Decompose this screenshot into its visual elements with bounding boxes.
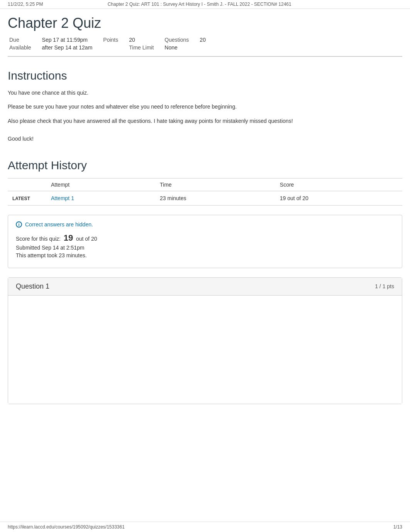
- attempt-1-link[interactable]: Attempt 1: [51, 195, 74, 201]
- footer-bar: https://ilearn.laccd.edu/courses/195092/…: [0, 522, 410, 532]
- browser-page-title: Chapter 2 Quiz: ART 101 : Survey Art His…: [43, 2, 356, 7]
- footer-pagination: 1/13: [393, 524, 402, 530]
- submitted-line: Submitted Sep 14 at 2:51pm: [16, 245, 394, 251]
- browser-bar: 11/2/22, 5:25 PM Chapter 2 Quiz: ART 101…: [0, 0, 410, 9]
- question-1-header: Question 1 1 / 1 pts: [8, 278, 402, 296]
- attempt-time-cell: 23 minutes: [155, 191, 275, 205]
- col-attempt: Attempt: [46, 178, 155, 191]
- due-label: Due: [8, 36, 41, 44]
- question-1-points: 1 / 1 pts: [375, 283, 394, 289]
- instructions-title: Instructions: [8, 69, 402, 82]
- instructions-para-2: Please be sure you have your notes and w…: [8, 102, 402, 111]
- available-value: after Sep 14 at 12am: [41, 44, 102, 51]
- instructions-para-3: Also please check that you have answered…: [8, 117, 402, 125]
- col-empty: [8, 178, 46, 191]
- attempt-table-header-row: Attempt Time Score: [8, 178, 402, 191]
- col-time: Time: [155, 178, 275, 191]
- score-label: Score for this quiz:: [16, 236, 61, 242]
- browser-timestamp: 11/2/22, 5:25 PM: [8, 2, 43, 7]
- attempt-history-section: Attempt History Attempt Time Score LATES…: [8, 159, 402, 206]
- questions-value: 20: [198, 36, 215, 44]
- instructions-para-4: Good luck!: [8, 134, 402, 143]
- time-limit-value: None: [163, 44, 198, 51]
- quiz-title: Chapter 2 Quiz: [8, 15, 402, 31]
- score-number: 19: [64, 233, 73, 243]
- question-1-title: Question 1: [16, 282, 49, 291]
- quiz-meta-row-2: Available after Sep 14 at 12am Time Limi…: [8, 44, 215, 51]
- instructions-section: Instructions You have one chance at this…: [8, 69, 402, 143]
- question-1-section: Question 1 1 / 1 pts: [8, 277, 402, 404]
- attempt-row-1: LATEST Attempt 1 23 minutes 19 out of 20: [8, 191, 402, 205]
- col-score: Score: [275, 178, 402, 191]
- due-value: Sep 17 at 11:59pm: [41, 36, 102, 44]
- correct-answers-notice: i Correct answers are hidden.: [16, 221, 394, 228]
- points-value: 20: [127, 36, 163, 44]
- available-label: Available: [8, 44, 41, 51]
- attempt-latest-label: LATEST: [8, 191, 46, 205]
- time-limit-label: Time Limit: [127, 44, 163, 51]
- quiz-meta-table: Due Sep 17 at 11:59pm Points 20 Question…: [8, 36, 215, 51]
- attempt-history-table: Attempt Time Score LATEST Attempt 1 23 m…: [8, 178, 402, 206]
- questions-label: Questions: [163, 36, 198, 44]
- score-suffix: out of 20: [76, 236, 97, 242]
- quiz-meta-row-1: Due Sep 17 at 11:59pm Points 20 Question…: [8, 36, 215, 44]
- results-section: i Correct answers are hidden. Score for …: [8, 215, 402, 268]
- correct-answers-text: Correct answers are hidden.: [25, 221, 93, 228]
- points-label: Points: [102, 36, 127, 44]
- quiz-title-section: Chapter 2 Quiz Due Sep 17 at 11:59pm Poi…: [8, 9, 402, 57]
- instructions-para-1: You have one chance at this quiz.: [8, 88, 402, 97]
- attempt-link-cell[interactable]: Attempt 1: [46, 191, 155, 205]
- info-icon: i: [16, 221, 22, 228]
- attempt-history-title: Attempt History: [8, 159, 402, 172]
- attempt-time-line: This attempt took 23 minutes.: [16, 252, 394, 258]
- attempt-score-cell: 19 out of 20: [275, 191, 402, 205]
- footer-url: https://ilearn.laccd.edu/courses/195092/…: [8, 524, 125, 530]
- score-line: Score for this quiz: 19 out of 20: [16, 233, 394, 243]
- question-1-body: [8, 296, 402, 404]
